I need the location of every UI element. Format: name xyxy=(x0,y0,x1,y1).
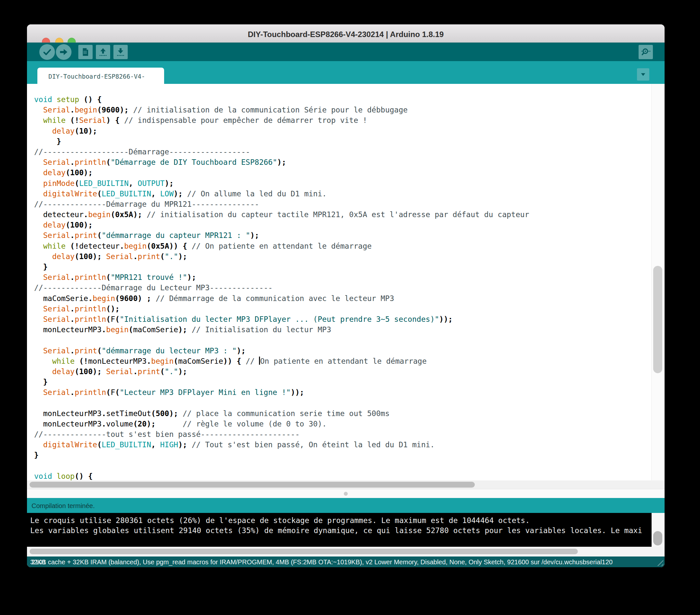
console-line: Le croquis utilise 280361 octets (26%) d… xyxy=(30,516,651,526)
code-line[interactable]: } xyxy=(34,377,650,387)
arrow-down-icon xyxy=(116,48,125,57)
console-horizontal-scrollbar[interactable] xyxy=(27,547,665,556)
title-bar[interactable]: DIY-Touchboard-ESP8266-V4-230214 | Ardui… xyxy=(27,24,665,42)
arrow-up-icon xyxy=(99,48,108,57)
code-line[interactable]: //-------------Démarrage du Lecteur MP3-… xyxy=(34,282,650,293)
screen: { "window": { "title": "DIY-Touchboard-E… xyxy=(0,0,700,615)
document-icon xyxy=(81,48,90,57)
code-line[interactable] xyxy=(34,397,650,408)
check-icon xyxy=(42,47,52,57)
code-line[interactable]: } xyxy=(34,136,650,147)
editor-vertical-scrollbar-thumb[interactable] xyxy=(653,266,662,373)
tab-dropdown-button[interactable] xyxy=(637,68,649,81)
new-sketch-button[interactable] xyxy=(78,45,92,59)
status-message: Compilation terminée. xyxy=(32,498,95,514)
code-line[interactable]: } xyxy=(34,450,650,460)
code-line[interactable]: void setup () { xyxy=(34,94,650,104)
code-line[interactable]: delay(10); xyxy=(34,126,650,136)
code-line[interactable]: delay(100); Serial.print("."); xyxy=(34,251,650,262)
console-vertical-scrollbar[interactable] xyxy=(652,513,665,547)
code-line[interactable]: Serial.begin(9600); // initialisation de… xyxy=(34,104,650,115)
code-line[interactable]: //--------------Démarrage du MPR121-----… xyxy=(34,199,650,209)
save-button[interactable] xyxy=(113,45,128,59)
console-horizontal-scrollbar-thumb[interactable] xyxy=(29,549,578,554)
code-line[interactable]: pinMode(LED_BUILTIN, OUTPUT); xyxy=(34,178,650,188)
code-line[interactable]: //--------------tout s'est bien passé---… xyxy=(34,429,650,440)
code-line[interactable]: monLecteurMP3.volume(20); // règle le vo… xyxy=(34,419,650,429)
editor-vertical-scrollbar[interactable] xyxy=(651,84,665,480)
status-bar: Compilation terminée. xyxy=(27,498,665,513)
code-line[interactable]: while (!Serial) { // indispensable pour … xyxy=(34,115,650,125)
console-output: Le croquis utilise 280361 octets (26%) d… xyxy=(27,513,665,547)
console-line: Les variables globales utilisent 29140 o… xyxy=(30,526,651,536)
board-info-text: 32KB cache + 32KB IRAM (balanced), Use p… xyxy=(30,556,613,567)
editor-console-splitter[interactable] xyxy=(27,489,665,498)
code-line[interactable] xyxy=(34,335,650,345)
window-title: DIY-Touchboard-ESP8266-V4-230214 | Ardui… xyxy=(27,24,665,42)
tab-active[interactable]: DIY-Touchboard-ESP8266-V4-230214 xyxy=(37,67,164,84)
code-line[interactable]: while (!monLecteurMP3.begin(maComSerie))… xyxy=(34,356,650,366)
code-line[interactable] xyxy=(34,460,650,471)
magnifier-icon xyxy=(641,47,651,57)
code-line[interactable]: Serial.println("MPR121 trouvé !"); xyxy=(34,272,650,282)
code-line[interactable]: Serial.println(F("Initialisation du lect… xyxy=(34,314,650,324)
open-button[interactable] xyxy=(96,45,110,59)
arduino-ide-window: DIY-Touchboard-ESP8266-V4-230214 | Ardui… xyxy=(27,24,665,567)
tab-bar: DIY-Touchboard-ESP8266-V4-230214 xyxy=(27,61,665,84)
code-line[interactable]: Serial.println("Démarrage de DIY Touchbo… xyxy=(34,157,650,168)
code-line[interactable]: digitalWrite(LED_BUILTIN, LOW); // On al… xyxy=(34,188,650,199)
verify-button[interactable] xyxy=(39,44,55,60)
code-area[interactable]: void setup () { Serial.begin(9600); // i… xyxy=(34,94,650,480)
code-line[interactable]: detecteur.begin(0x5A); // initialisation… xyxy=(34,209,650,220)
code-editor[interactable]: void setup () { Serial.begin(9600); // i… xyxy=(27,84,665,480)
code-line[interactable]: maComSerie.begin(9600) ; // Démmarrage d… xyxy=(34,293,650,304)
code-line[interactable]: Serial.println(F("Lecteur MP3 DFPlayer M… xyxy=(34,387,650,397)
console-vertical-scrollbar-thumb[interactable] xyxy=(653,531,662,545)
code-line[interactable]: monLecteurMP3.setTimeOut(500); // place … xyxy=(34,408,650,419)
code-line[interactable]: monLecteurMP3.begin(maComSerie); // Init… xyxy=(34,324,650,335)
line-indicator: 2101 xyxy=(32,556,46,567)
upload-button[interactable] xyxy=(56,44,72,60)
arrow-right-icon xyxy=(59,47,68,57)
code-line[interactable]: while (!detecteur.begin(0x5A)) { // On p… xyxy=(34,241,650,251)
chevron-down-icon xyxy=(639,71,647,78)
editor-horizontal-scrollbar-thumb[interactable] xyxy=(29,482,475,488)
code-line[interactable]: delay(100); Serial.print("."); xyxy=(34,366,650,377)
toolbar xyxy=(27,42,665,61)
code-line[interactable]: //-------------------Démarrage----------… xyxy=(34,147,650,157)
serial-monitor-button[interactable] xyxy=(639,45,653,59)
code-line[interactable]: Serial.print("démmarrage du capteur MPR1… xyxy=(34,230,650,241)
splitter-handle-icon[interactable] xyxy=(344,492,348,496)
console-text: Le croquis utilise 280361 octets (26%) d… xyxy=(30,516,651,536)
code-line[interactable]: delay(100); xyxy=(34,168,650,178)
code-line[interactable]: Serial.print("démmarrage du lecteur MP3 … xyxy=(34,346,650,356)
editor-horizontal-scrollbar[interactable] xyxy=(27,480,665,489)
footer-status-bar: 32KB cache + 32KB IRAM (balanced), Use p… xyxy=(27,556,665,567)
resize-grip[interactable] xyxy=(655,557,663,566)
code-line[interactable]: Serial.println(); xyxy=(34,304,650,314)
code-line[interactable]: void loop() { xyxy=(34,471,650,480)
code-line[interactable]: digitalWrite(LED_BUILTIN, HIGH); // Tout… xyxy=(34,440,650,450)
code-line[interactable]: } xyxy=(34,262,650,272)
code-line[interactable]: delay(100); xyxy=(34,220,650,230)
